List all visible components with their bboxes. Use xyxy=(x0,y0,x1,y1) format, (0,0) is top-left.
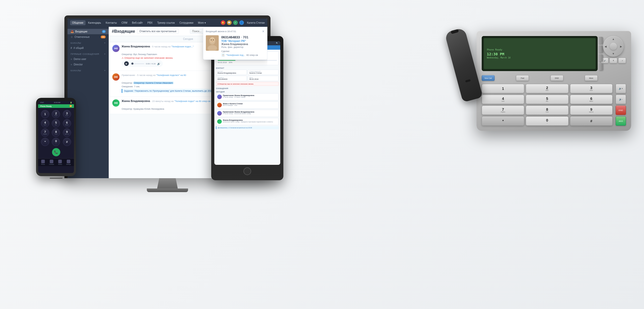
ip-key-7[interactable]: 7PQRS xyxy=(482,106,524,115)
nav-up-icon[interactable]: ▲ xyxy=(612,38,615,40)
audio-scrubber[interactable] xyxy=(131,63,133,65)
add-channel-icon[interactable]: + xyxy=(104,42,106,44)
more-channels-section: КАНАЛЫ + xyxy=(67,67,109,73)
tablet-msg-3: Примечание Жанна Владимировна 5 часов на… xyxy=(216,110,279,117)
play-button[interactable]: ▶ xyxy=(124,61,129,66)
ip-key-9[interactable]: 9WXYZ xyxy=(570,106,613,115)
audio-player[interactable]: ▶ 0:00 / 4:16 🔊 xyxy=(122,60,163,67)
nav-item-crm[interactable]: CRM xyxy=(120,20,130,25)
task-icon[interactable]: ✓ xyxy=(233,20,238,25)
end-call-button[interactable]: END xyxy=(616,106,626,115)
key-star[interactable]: * xyxy=(41,138,49,146)
key-7[interactable]: 7PQRS xyxy=(41,128,49,137)
key-4[interactable]: 4GHI xyxy=(41,119,49,127)
notification-icon[interactable]: 🔔 xyxy=(221,20,225,25)
msg-deal-link-2[interactable]: "Телефония подключ" на 80 xyxy=(156,74,186,76)
avatar-3: ЖВ xyxy=(112,99,120,107)
ip-key-star[interactable]: * xyxy=(482,116,524,126)
nav-item-more[interactable]: More ▾ xyxy=(196,20,208,25)
key-0[interactable]: 0+ xyxy=(52,138,60,146)
key-num-hash: # xyxy=(66,141,68,143)
nav-item-employees[interactable]: Сотрудники xyxy=(177,20,195,25)
side-btn-4[interactable] xyxy=(599,63,603,70)
func-hold[interactable]: ⏸ xyxy=(609,58,617,63)
func-transfer[interactable]: ↗ xyxy=(618,58,626,63)
key-letters-6: MNO xyxy=(65,124,69,126)
ip-key-0[interactable]: 0+ xyxy=(526,116,568,126)
starred-badge: 40 xyxy=(101,36,106,38)
sidebar-item-demo-user[interactable]: ○ Demo user xyxy=(67,56,109,62)
add-direct-icon[interactable]: + xyxy=(104,53,106,55)
nav-item-obschenie[interactable]: Общение xyxy=(70,20,86,25)
sidebar-item-director[interactable]: ○ Director xyxy=(67,62,109,67)
tablet-msg-text-4: несколько минут назад - передала партнер… xyxy=(223,121,277,123)
nav-ring[interactable]: ▲ ▼ ◀ ▶ xyxy=(603,36,624,57)
nav-right-icon[interactable]: ▶ xyxy=(620,45,622,48)
side-btn-3[interactable] xyxy=(599,54,603,62)
close-icon[interactable]: ✕ xyxy=(262,30,265,33)
tablet-search-icon[interactable]: 🔍 xyxy=(276,42,278,44)
tablet-crm-app: CRM 🔍 "Телефония + CRM подключ" на 80 оп… xyxy=(214,41,280,165)
chat-icon[interactable]: 💬 xyxy=(227,20,232,25)
ip-key-6[interactable]: 6MNO xyxy=(570,95,613,104)
softkey-more[interactable]: More xyxy=(585,75,598,81)
sidebar-item-general[interactable]: # # общий xyxy=(67,45,109,51)
nav-down-icon[interactable]: ▼ xyxy=(612,52,615,55)
add-more-icon[interactable]: + xyxy=(104,69,106,72)
softkey-newcall[interactable]: New Call xyxy=(482,75,495,81)
ip-key-letters-4: GHI xyxy=(502,100,504,102)
key-9[interactable]: 9WXYZ xyxy=(63,128,71,137)
side-btn-2[interactable] xyxy=(599,46,603,53)
ip-key-5[interactable]: 5JKL xyxy=(526,95,568,104)
softkey-dnd[interactable]: DND xyxy=(550,75,563,81)
vol-up-button[interactable]: 🔊+ xyxy=(616,84,626,93)
ip-key-8[interactable]: 8TUV xyxy=(526,106,568,115)
key-3[interactable]: 3DEF xyxy=(63,110,71,118)
tablet-field-row-2: Телефон 0631464833 Дата 06.02.2018 xyxy=(216,76,279,81)
call-company[interactable]: ТОВ "Интернет PR" xyxy=(221,40,265,42)
audio-progress-bar[interactable] xyxy=(130,63,144,64)
msg-sender-name: Жанна Владимировна xyxy=(122,45,150,48)
key-8[interactable]: 8TUV xyxy=(52,128,60,137)
side-btn-1[interactable] xyxy=(599,37,603,44)
ip-key-1[interactable]: 1 xyxy=(482,84,524,93)
key-2[interactable]: 2ABC xyxy=(52,110,60,118)
call-button[interactable]: 📞 xyxy=(52,148,60,156)
ip-key-4[interactable]: 4GHI xyxy=(482,95,524,104)
nav-item-website[interactable]: Веб-сайт xyxy=(130,20,145,25)
ip-key-hash[interactable]: # xyxy=(570,116,613,126)
profile-icon[interactable]: 👤 xyxy=(239,20,244,25)
tablet-msg-text-3: 5 часов назад - несколько минут назад xyxy=(223,113,277,115)
phone-nav-contacts[interactable]: Contacts xyxy=(49,160,54,165)
msg-time-2: - 5 часов назад на xyxy=(136,74,156,76)
sidebar-item-starred[interactable]: ☆ Отмеченные 40 xyxy=(67,34,109,40)
ip-key-num-star: * xyxy=(502,119,504,123)
vol-down-button[interactable]: 🔊- xyxy=(616,95,626,104)
volume-icon[interactable]: 🔊 xyxy=(157,62,160,65)
nav-left-icon[interactable]: ◀ xyxy=(605,45,607,48)
msg-deal-link[interactable]: "Телефония подкл..." xyxy=(171,45,194,48)
nav-center-button[interactable] xyxy=(610,43,617,50)
tablet-progress-pct: 30% xyxy=(229,62,232,63)
nav-item-contacts[interactable]: Контакты xyxy=(104,20,119,25)
mark-read-button[interactable]: Отметить все как прочитанные xyxy=(137,29,179,34)
key-hash[interactable]: # xyxy=(63,138,71,146)
key-1[interactable]: 1 xyxy=(41,110,49,118)
nav-item-calendar[interactable]: Календарь xyxy=(86,20,103,25)
phone-nav-history[interactable]: History xyxy=(58,160,62,165)
answer-button[interactable]: ANS xyxy=(616,116,626,126)
sidebar-item-inbox[interactable]: 📥 Входящие 3 xyxy=(67,29,109,34)
tablet-home-button[interactable] xyxy=(243,167,251,175)
msg-deal-link-3[interactable]: "Телефония подкл" на 80 опер-ов xyxy=(174,100,210,102)
phone-nav-settings[interactable]: Settings xyxy=(66,160,71,165)
phone-nav-phone[interactable]: Phone xyxy=(41,160,45,165)
softkey-fwd[interactable]: Fwd xyxy=(516,75,529,81)
deal-name[interactable]: "Телефония под... xyxy=(226,54,245,56)
ip-key-3[interactable]: 3DEF xyxy=(570,84,613,93)
channels-section: КАНАЛЫ + xyxy=(67,40,109,45)
ip-key-2[interactable]: 2ABC xyxy=(526,84,568,93)
key-5[interactable]: 5JKL xyxy=(52,119,60,127)
key-6[interactable]: 6MNO xyxy=(63,119,71,127)
nav-item-pbx[interactable]: PBX xyxy=(145,20,155,25)
nav-item-tracker[interactable]: Трекер ссылок xyxy=(155,20,177,25)
